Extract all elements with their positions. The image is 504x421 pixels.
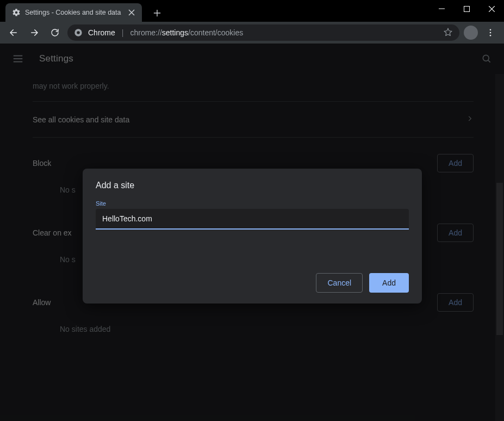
chrome-icon	[74, 28, 83, 37]
omnibox[interactable]: Chrome | chrome://settings/content/cooki…	[67, 24, 459, 41]
close-tab-icon[interactable]	[128, 9, 135, 16]
omnibox-url: chrome://settings/content/cookies	[130, 28, 243, 37]
site-input[interactable]	[96, 209, 409, 230]
profile-avatar[interactable]	[464, 26, 478, 40]
svg-point-2	[77, 31, 80, 34]
star-icon[interactable]	[443, 27, 453, 39]
forward-button[interactable]	[26, 24, 42, 41]
tab-title: Settings - Cookies and site data	[25, 9, 121, 16]
gear-icon	[12, 8, 21, 17]
new-tab-button[interactable]	[150, 5, 165, 21]
site-field-label: Site	[96, 200, 409, 207]
omnibox-origin: Chrome	[88, 28, 115, 37]
svg-point-5	[490, 35, 491, 36]
back-button[interactable]	[5, 24, 22, 41]
svg-rect-0	[464, 6, 469, 11]
browser-tab[interactable]: Settings - Cookies and site data	[5, 3, 142, 22]
dialog-title: Add a site	[96, 181, 409, 190]
separator: |	[122, 28, 124, 37]
menu-button[interactable]	[482, 24, 499, 41]
svg-point-4	[490, 32, 491, 34]
maximize-window-button[interactable]	[454, 0, 479, 17]
add-site-dialog: Add a site Site Cancel Add	[83, 169, 422, 304]
close-window-button[interactable]	[479, 0, 504, 17]
minimize-window-button[interactable]	[429, 0, 454, 17]
cancel-button[interactable]: Cancel	[316, 273, 363, 293]
add-button[interactable]: Add	[369, 273, 409, 293]
svg-point-3	[490, 29, 491, 30]
reload-button[interactable]	[47, 24, 63, 41]
